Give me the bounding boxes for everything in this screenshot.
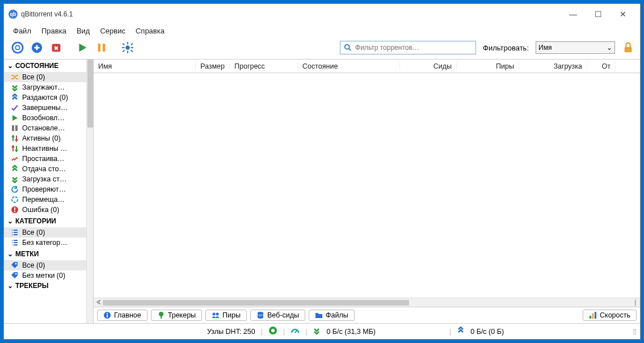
detail-tabs: ГлавноеТрекерыПирыВеб-сидыФайлы Скорость bbox=[94, 307, 640, 323]
add-torrent-button[interactable] bbox=[29, 40, 45, 56]
settings-button[interactable] bbox=[120, 40, 136, 56]
tab-файлы[interactable]: Файлы bbox=[309, 310, 355, 321]
sidebar-header-categories[interactable]: ⌄КАТЕГОРИИ bbox=[4, 215, 86, 227]
tab-веб-сиды[interactable]: Веб-сиды bbox=[250, 310, 305, 321]
column-header[interactable]: Сиды bbox=[400, 62, 457, 70]
sidebar-item[interactable]: Загружают… bbox=[4, 82, 86, 92]
svg-rect-25 bbox=[107, 315, 108, 317]
sidebar-item[interactable]: Остановле… bbox=[4, 123, 86, 133]
column-header[interactable]: Пиры bbox=[457, 62, 519, 70]
sidebar-item[interactable]: Ошибка (0) bbox=[4, 205, 86, 215]
resume-button[interactable] bbox=[74, 40, 90, 56]
column-header[interactable]: Размер bbox=[196, 62, 230, 70]
column-header[interactable]: Состояние bbox=[298, 62, 400, 70]
sidebar-item[interactable]: Все (0) bbox=[4, 260, 86, 270]
sidebar-item[interactable]: Загрузка ст… bbox=[4, 174, 86, 184]
down-icon bbox=[10, 83, 20, 91]
sidebar-item-label: Все (0) bbox=[22, 261, 45, 269]
table-header: ИмяРазмерПрогрессСостояниеСидыПирыЗагруз… bbox=[94, 60, 640, 73]
scrollbar-thumb[interactable] bbox=[103, 300, 409, 306]
column-header[interactable]: От bbox=[587, 62, 616, 70]
sidebar-item[interactable]: Неактивны … bbox=[4, 143, 86, 154]
column-header[interactable]: Имя bbox=[94, 62, 196, 70]
svg-point-23 bbox=[15, 273, 17, 275]
sidebar-item[interactable]: Отдача сто… bbox=[4, 164, 86, 174]
menu-file[interactable]: Файл bbox=[13, 27, 31, 35]
close-button[interactable]: ✕ bbox=[611, 7, 635, 21]
sidebar-item[interactable]: Проверяют… bbox=[4, 184, 86, 194]
sidebar-item-label: Перемеща… bbox=[22, 196, 65, 204]
chevron-down-icon: ⌄ bbox=[7, 282, 13, 290]
resize-grip[interactable]: ⣿ bbox=[633, 328, 635, 334]
svg-point-0 bbox=[12, 43, 23, 53]
tab-главное[interactable]: Главное bbox=[97, 310, 148, 321]
scrollbar-thumb[interactable] bbox=[87, 60, 93, 128]
tab-пиры[interactable]: Пиры bbox=[205, 310, 247, 321]
filter-select[interactable]: Имя ⌄ bbox=[536, 41, 615, 54]
sidebar-item[interactable]: Все (0) bbox=[4, 72, 86, 82]
menu-tools[interactable]: Сервис bbox=[100, 27, 125, 35]
scroll-left-arrow[interactable]: ∢ bbox=[94, 299, 103, 306]
add-link-button[interactable] bbox=[10, 40, 26, 56]
maximize-button[interactable]: ☐ bbox=[586, 7, 611, 21]
svg-rect-15 bbox=[625, 47, 632, 52]
sidebar: ⌄СОСТОЯНИЕ Все (0)Загружают…Раздаются (0… bbox=[4, 60, 94, 323]
menu-view[interactable]: Вид bbox=[77, 27, 90, 35]
svg-rect-11 bbox=[131, 50, 133, 53]
svg-rect-33 bbox=[592, 314, 594, 319]
down-icon bbox=[10, 175, 20, 183]
refresh-icon bbox=[10, 185, 20, 193]
check-icon bbox=[10, 104, 20, 112]
sidebar-item-label: Активны (0) bbox=[22, 134, 61, 142]
sidebar-item[interactable]: Возобновл… bbox=[4, 113, 86, 123]
dht-status: Узлы DHT: 250 bbox=[207, 328, 255, 336]
svg-point-14 bbox=[345, 45, 350, 49]
minimize-button[interactable]: — bbox=[561, 7, 586, 21]
sidebar-item-label: Раздаются (0) bbox=[22, 94, 68, 101]
sidebar-header-trackers[interactable]: ⌄ТРЕКЕРЫ bbox=[4, 281, 86, 291]
sidebar-item[interactable]: Раздаются (0) bbox=[4, 92, 86, 103]
pause-button[interactable] bbox=[94, 40, 110, 56]
search-input-wrapper[interactable] bbox=[340, 41, 476, 54]
svg-rect-4 bbox=[103, 44, 106, 52]
search-input[interactable] bbox=[355, 44, 472, 52]
column-header[interactable]: Прогресс bbox=[230, 62, 298, 70]
sidebar-item[interactable]: Перемеща… bbox=[4, 194, 86, 205]
svg-rect-34 bbox=[595, 312, 596, 319]
sidebar-scrollbar[interactable] bbox=[86, 60, 93, 323]
sidebar-item-label: Отдача сто… bbox=[22, 165, 66, 173]
sidebar-item[interactable]: Все (0) bbox=[4, 227, 86, 238]
svg-rect-6 bbox=[127, 42, 128, 45]
tab-speed[interactable]: Скорость bbox=[583, 310, 637, 321]
main-area: ⌄СОСТОЯНИЕ Все (0)Загружают…Раздаются (0… bbox=[4, 60, 640, 323]
sidebar-item[interactable]: Простаива… bbox=[4, 154, 86, 164]
tab-трекеры[interactable]: Трекеры bbox=[151, 310, 202, 321]
sidebar-item[interactable]: Завершены… bbox=[4, 103, 86, 113]
sidebar-item[interactable]: Без метки (0) bbox=[4, 270, 86, 281]
sidebar-item[interactable]: Активны (0) bbox=[4, 133, 86, 143]
sidebar-item-label: Без категор… bbox=[22, 239, 68, 247]
svg-rect-32 bbox=[590, 316, 591, 319]
horizontal-scrollbar[interactable]: ∢ ∣ bbox=[94, 298, 640, 307]
bars-icon bbox=[589, 311, 597, 319]
tag-icon bbox=[10, 272, 20, 280]
search-icon bbox=[344, 44, 352, 52]
idle-icon bbox=[10, 155, 20, 163]
menu-edit[interactable]: Правка bbox=[41, 27, 66, 35]
svg-point-36 bbox=[271, 329, 275, 332]
delete-button[interactable] bbox=[48, 40, 64, 56]
column-header[interactable]: Загрузка bbox=[519, 62, 587, 70]
sidebar-item-label: Загружают… bbox=[22, 83, 65, 91]
sidebar-item[interactable]: Без категор… bbox=[4, 238, 86, 248]
sidebar-header-tags[interactable]: ⌄МЕТКИ bbox=[4, 248, 86, 260]
upload-speed: 0 Б/с (0 Б) bbox=[470, 328, 504, 336]
sidebar-item-label: Загрузка ст… bbox=[22, 175, 67, 183]
menu-help[interactable]: Справка bbox=[136, 27, 165, 35]
sidebar-header-state[interactable]: ⌄СОСТОЯНИЕ bbox=[4, 60, 86, 72]
svg-rect-21 bbox=[14, 211, 15, 212]
svg-rect-8 bbox=[122, 47, 125, 48]
sidebar-item-label: Все (0) bbox=[22, 228, 45, 236]
sidebar-item-label: Остановле… bbox=[22, 124, 65, 132]
lock-icon[interactable] bbox=[622, 41, 634, 54]
scroll-right-arrow[interactable]: ∣ bbox=[631, 299, 640, 306]
